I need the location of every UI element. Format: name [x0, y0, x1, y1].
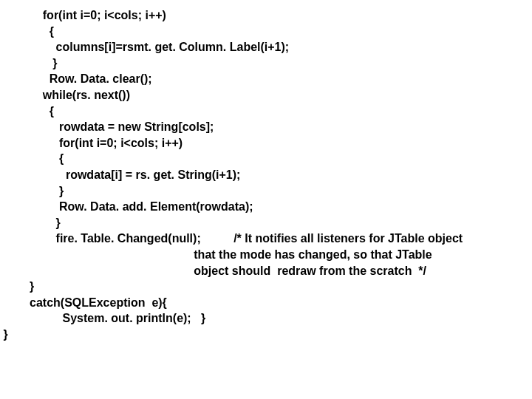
code-line: while(rs. next()) — [0, 89, 130, 101]
code-line: fire. Table. Changed(null); /* It notifi… — [0, 232, 463, 245]
code-line: rowdata = new String[cols]; — [0, 120, 214, 133]
code-line: catch(SQLException e){ — [0, 296, 167, 309]
code-block: for(int i=0; i<cols; i++) { columns[i]=r… — [0, 7, 463, 342]
code-line: } — [0, 185, 64, 197]
code-line: Row. Data. add. Element(rowdata); — [0, 200, 253, 213]
code-line: for(int i=0; i<cols; i++) — [0, 9, 166, 21]
code-line: object should redraw from the scratch */ — [0, 265, 426, 277]
code-line: } — [0, 328, 8, 341]
code-line: for(int i=0; i<cols; i++) — [0, 137, 183, 149]
code-line: that the mode has changed, so that JTabl… — [0, 248, 432, 261]
code-line: } — [0, 280, 34, 293]
code-line: System. out. println(e); } — [0, 312, 205, 324]
code-line: Row. Data. clear(); — [0, 72, 152, 85]
code-line: { — [0, 25, 54, 38]
code-line: } — [0, 216, 61, 229]
code-line: } — [0, 57, 57, 69]
code-line: columns[i]=rsmt. get. Column. Label(i+1)… — [0, 41, 289, 53]
code-line: rowdata[i] = rs. get. String(i+1); — [0, 168, 240, 181]
code-line: { — [0, 152, 64, 165]
code-line: { — [0, 105, 54, 117]
